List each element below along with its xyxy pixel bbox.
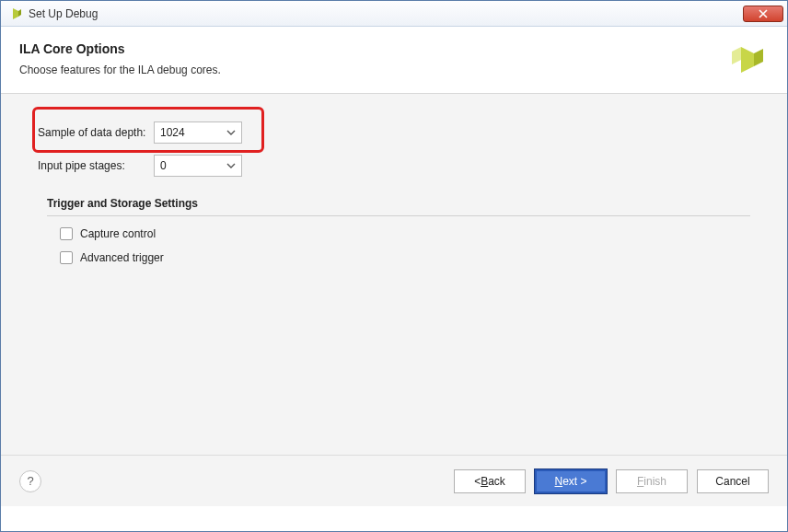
section-divider (47, 215, 750, 216)
capture-control-checkbox[interactable]: Capture control (60, 227, 750, 240)
help-button[interactable]: ? (19, 470, 41, 492)
window-title: Set Up Debug (29, 7, 743, 20)
sample-depth-combobox[interactable]: 1024 (154, 121, 242, 144)
pipe-stages-row: Input pipe stages: 0 (38, 153, 750, 179)
checkbox-box (60, 251, 73, 264)
sample-depth-row: Sample of data depth: 1024 (38, 120, 750, 145)
svg-marker-0 (13, 8, 18, 19)
sample-depth-label: Sample of data depth: (38, 126, 154, 139)
svg-marker-1 (18, 9, 21, 17)
wizard-footer: ? < Back Next > Finish Cancel (1, 455, 787, 506)
section-title: Trigger and Storage Settings (47, 197, 750, 215)
help-icon: ? (27, 474, 33, 488)
sample-depth-value: 1024 (160, 126, 185, 139)
chevron-down-icon (226, 163, 236, 168)
finish-button: Finish (616, 469, 688, 493)
close-button[interactable] (743, 6, 783, 22)
svg-marker-3 (754, 49, 763, 66)
wizard-banner: ILA Core Options Choose features for the… (1, 27, 787, 94)
pipe-stages-value: 0 (160, 159, 167, 172)
capture-control-label: Capture control (80, 227, 156, 240)
app-icon (8, 6, 23, 21)
back-button[interactable]: < Back (454, 469, 526, 493)
pipe-stages-combobox[interactable]: 0 (154, 155, 242, 177)
svg-marker-4 (732, 47, 741, 64)
page-title: ILA Core Options (19, 41, 769, 56)
svg-marker-2 (741, 47, 754, 73)
advanced-trigger-label: Advanced trigger (80, 251, 164, 264)
advanced-trigger-checkbox[interactable]: Advanced trigger (60, 251, 750, 264)
checkbox-box (60, 227, 73, 240)
cancel-button[interactable]: Cancel (697, 469, 769, 493)
wizard-content: Sample of data depth: 1024 Input pipe st… (1, 94, 787, 455)
page-subtitle: Choose features for the ILA debug cores. (19, 64, 769, 76)
close-icon (759, 9, 768, 18)
titlebar: Set Up Debug (1, 1, 787, 27)
vendor-logo-icon (730, 41, 767, 78)
pipe-stages-label: Input pipe stages: (38, 159, 154, 172)
chevron-down-icon (226, 130, 236, 135)
next-button[interactable]: Next > (535, 469, 607, 493)
